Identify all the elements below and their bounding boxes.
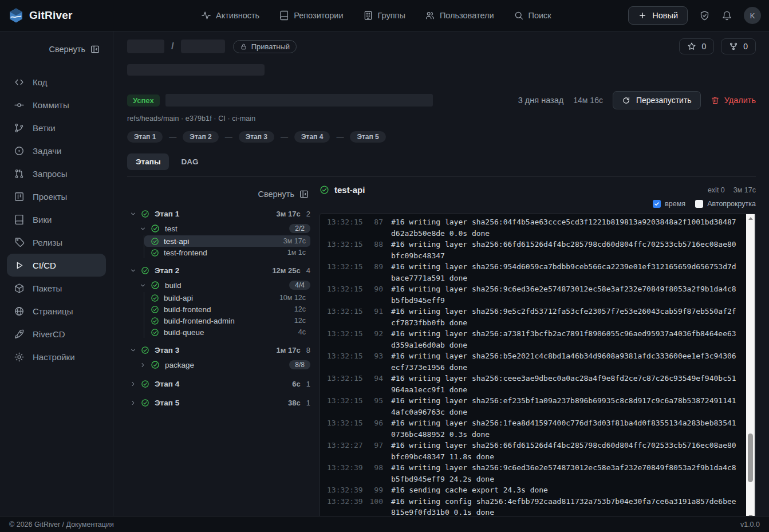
success-status-icon (141, 266, 149, 275)
nav-item-activity[interactable]: Активность (201, 10, 259, 21)
tab-dag[interactable]: DAG (172, 153, 207, 170)
tree-group-row[interactable]: test2/2 (139, 222, 310, 235)
stage-job-count: 2 (306, 210, 310, 218)
code-icon (14, 77, 25, 88)
play-icon (14, 260, 25, 271)
sidebar-item-issue[interactable]: Задачи (7, 139, 106, 162)
tree-job-row-build-queue[interactable]: build-queue4с (144, 326, 310, 338)
project-header: / Приватный 0 0 (127, 38, 756, 54)
tree-collapse-button[interactable]: Свернуть (127, 189, 310, 199)
nav-item-building[interactable]: Группы (363, 10, 405, 21)
tree-stage-row[interactable]: Этап 13м 17с2 (127, 207, 310, 220)
delete-button[interactable]: Удалить (711, 96, 756, 105)
project-description-redacted (127, 64, 265, 76)
user-avatar[interactable]: K (744, 7, 761, 24)
log-timestamp: 13:32:39 (327, 462, 364, 474)
stage-pill-separator: — (336, 133, 344, 141)
log-line: 13:32:1589#16 writing layer sha256:954d6… (327, 261, 755, 283)
sidebar-collapse-button[interactable]: Свернуть (7, 41, 106, 58)
tab-stages[interactable]: Этапы (127, 153, 169, 170)
sidebar-item-gear[interactable]: Настройки (7, 345, 106, 368)
autoscroll-checkbox-label: Автопрокрутка (707, 200, 756, 208)
log-message: #16 writing layer sha256:ceee3ae9dbec0a0… (391, 373, 740, 395)
autoscroll-checkbox[interactable] (695, 200, 703, 208)
branch-icon (14, 123, 25, 133)
autoscroll-checkbox-option[interactable]: Автопрокрутка (695, 200, 756, 208)
log-line-number: 88 (367, 239, 383, 250)
scrollbar-up-arrow[interactable] (746, 214, 755, 223)
rerun-button[interactable]: Перезапустить (613, 91, 701, 109)
group-jobs: test-api3м 17сtest-frontend1м 1с (144, 235, 310, 258)
tree-job-row-test-frontend[interactable]: test-frontend1м 1с (144, 247, 310, 258)
log-job-name: test-api (334, 185, 365, 195)
stage-job-count: 4 (306, 266, 310, 275)
sidebar-item-code[interactable]: Код (7, 70, 106, 93)
log-line: 13:32:1596#16 writing layer sha256:1fea8… (327, 417, 755, 440)
log-line: 13:32:1593#16 writing layer sha256:b5e20… (327, 350, 755, 373)
shield-check-icon[interactable] (699, 10, 710, 21)
log-timestamp: 13:32:27 (327, 440, 364, 451)
issue-icon (14, 145, 25, 156)
time-checkbox-option[interactable]: время (653, 200, 685, 208)
tree-job-row-test-api[interactable]: test-api3м 17с (144, 235, 310, 247)
star-button[interactable]: 0 (679, 38, 714, 54)
log-line: 13:32:1587#16 writing layer sha256:04f4b… (327, 216, 755, 239)
sidebar-item-book[interactable]: Вики (7, 208, 106, 231)
sidebar-item-globe[interactable]: Страницы (7, 300, 106, 322)
check-icon (654, 201, 660, 207)
main-content: / Приватный 0 0 Успех 3 дня назад 14м 16… (113, 31, 769, 516)
sidebar-item-rocket[interactable]: RiverCD (7, 322, 106, 345)
footer-left: © 2026 GitRiver / Документация (9, 521, 114, 529)
log-scrollbar[interactable] (746, 214, 755, 516)
log-header: test-api exit 0 3м 17с (320, 185, 756, 195)
success-status-icon (141, 380, 149, 388)
scrollbar-thumb[interactable] (748, 434, 753, 483)
new-button[interactable]: Новый (628, 6, 688, 25)
sidebar-item-branch[interactable]: Ветки (7, 116, 106, 139)
star-icon (687, 42, 696, 51)
commit-message-redacted[interactable] (165, 94, 433, 107)
tree-stage-row[interactable]: Этап 212м 25с4 (127, 263, 310, 277)
scrollbar-down-arrow[interactable] (746, 512, 755, 516)
chevron-down-icon (129, 267, 137, 274)
fork-button[interactable]: 0 (721, 38, 756, 54)
brand[interactable]: GitRiver (8, 7, 73, 23)
sidebar-item-play[interactable]: CI/CD (7, 254, 106, 277)
log-timestamp: 13:32:15 (327, 283, 364, 295)
top-nav-right: Новый K (628, 6, 761, 25)
nav-item-users[interactable]: Пользователи (425, 10, 494, 21)
tree-job-row-build-frontend-admin[interactable]: build-frontend-admin12с (144, 315, 310, 326)
project-name-redacted[interactable] (181, 40, 225, 53)
activity-icon (201, 10, 211, 21)
tree-stage-row[interactable]: Этап 46с1 (127, 377, 310, 391)
job-duration: 4с (298, 328, 306, 336)
time-checkbox[interactable] (653, 200, 661, 208)
job-label: test-frontend (164, 249, 207, 257)
sidebar-item-commit[interactable]: Коммиты (7, 93, 106, 116)
tree-job-row-build-api[interactable]: build-api10м 12с (144, 292, 310, 304)
panel-collapse-icon (299, 189, 309, 199)
stage-pill: Этап 2 (183, 131, 218, 143)
sidebar-item-package[interactable]: Пакеты (7, 277, 106, 300)
footer-docs-link[interactable]: Документация (66, 521, 114, 529)
stage-pill-separator: — (169, 133, 176, 141)
nav-item-search[interactable]: Поиск (514, 10, 551, 21)
nav-item-label: Активность (216, 11, 259, 20)
tree-stage-row[interactable]: Этап 538с1 (127, 396, 310, 409)
sidebar-item-tag[interactable]: Релизы (7, 231, 106, 254)
tree-job-row-build-frontend[interactable]: build-frontend12с (144, 304, 310, 315)
tree-stage-row[interactable]: Этап 31м 17с8 (127, 343, 310, 357)
top-navigation-bar: GitRiver АктивностьРепозиторииГруппыПоль… (0, 0, 769, 31)
sidebar-item-board[interactable]: Проекты (7, 185, 106, 208)
tree-group-row[interactable]: package8/8 (139, 358, 310, 372)
log-line-number: 98 (367, 462, 383, 474)
nav-item-label: Репозитории (294, 11, 343, 20)
project-owner-redacted[interactable] (127, 40, 164, 53)
notifications-bell-icon[interactable] (721, 10, 732, 21)
success-status-icon (151, 360, 160, 369)
sidebar-item-pull-request[interactable]: Запросы (7, 162, 106, 185)
nav-item-repo[interactable]: Репозитории (279, 10, 343, 21)
page-footer: © 2026 GitRiver / Документация v1.0.0 (0, 516, 769, 532)
log-timestamp: 13:32:15 (327, 239, 364, 250)
tree-group-row[interactable]: build4/4 (139, 278, 310, 292)
